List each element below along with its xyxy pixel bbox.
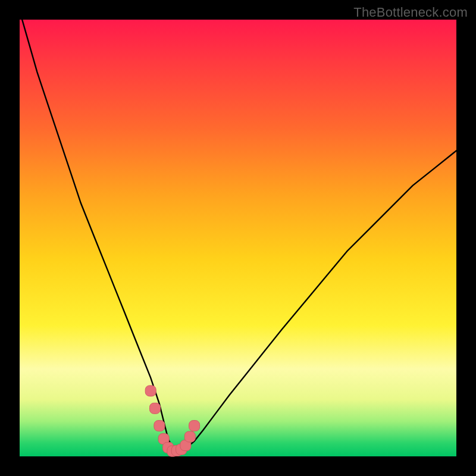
- highlight-markers: [145, 386, 199, 456]
- marker-point: [189, 421, 200, 431]
- marker-point: [150, 403, 161, 414]
- bottleneck-chart: [20, 20, 456, 456]
- marker-point: [184, 431, 195, 442]
- watermark-text: TheBottleneck.com: [353, 5, 468, 20]
- bottleneck-curve: [20, 11, 456, 452]
- marker-point: [154, 421, 165, 431]
- marker-point: [145, 386, 156, 396]
